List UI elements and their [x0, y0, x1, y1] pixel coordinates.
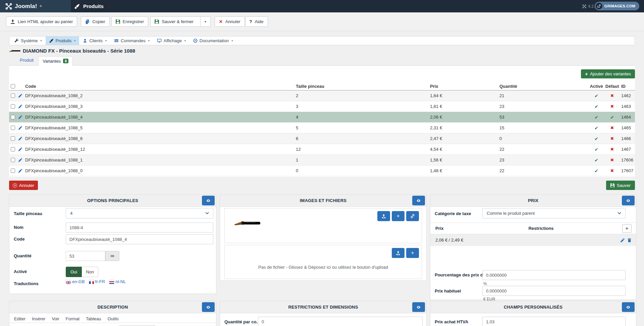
variant-active-toggle[interactable]: ✔ [588, 166, 604, 176]
table-row[interactable]: DFXpinceaubiseauté_1088_12 12 4,54 € 22 … [9, 144, 635, 155]
edit-pencil-icon[interactable] [18, 112, 24, 122]
eye-toggle-button[interactable] [202, 302, 215, 312]
menu-item-documentation[interactable]: Documentation ▾ [190, 37, 236, 45]
edit-pencil-icon[interactable] [18, 133, 24, 144]
row-checkbox[interactable] [11, 93, 15, 98]
edit-pencil-icon[interactable] [18, 144, 24, 154]
table-row[interactable]: DFXpinceaubiseauté_1088_4 4 2,06 € 53 ✔ … [9, 112, 635, 123]
html-link-cart-button[interactable]: Lien HTML ajouter au panier [6, 16, 77, 27]
variant-active-toggle[interactable]: ✔ [588, 144, 604, 154]
taxe-select[interactable]: Comme le produit parent [482, 208, 626, 218]
table-row[interactable]: DFXpinceaubiseauté_1088_3 3 1,81 € 23 ✔ … [9, 101, 635, 112]
infinity-stock-button[interactable]: ∞ [105, 251, 119, 261]
variant-active-toggle[interactable]: ✔ [588, 155, 604, 165]
row-checkbox[interactable] [11, 136, 15, 141]
variant-default-toggle[interactable]: ✖ [604, 123, 620, 133]
variant-cancel-button[interactable]: ✕ Annuler [9, 181, 38, 190]
site-link-button[interactable]: GRIMAGES.COM [595, 2, 639, 10]
eye-toggle-button[interactable] [412, 302, 425, 312]
pourcentage-input[interactable] [482, 270, 626, 280]
prix-achat-input[interactable] [482, 317, 626, 326]
variant-active-toggle[interactable]: ✔ [588, 90, 604, 101]
menu-item-commandes[interactable]: Commandes ▾ [110, 37, 153, 45]
menu-item-affichage[interactable]: Affichage ▾ [153, 37, 190, 45]
edit-pencil-icon[interactable] [620, 238, 625, 243]
variant-default-toggle[interactable]: ✔ [604, 112, 620, 122]
save-close-button[interactable]: Sauver & fermer ▾ [150, 16, 211, 27]
table-row[interactable]: DFXpinceaubiseauté_1088_5 5 2,31 € 15 ✔ … [9, 123, 635, 133]
field-label-traductions: Traductions [14, 281, 39, 286]
variant-active-toggle[interactable]: ✔ [588, 101, 604, 112]
table-row[interactable]: DFXpinceaubiseauté_1088_6 6 2,47 € 0 ✔ ✖… [9, 133, 635, 144]
translation-link-nl-NL[interactable]: nl-NL [109, 279, 126, 284]
code-input[interactable] [66, 234, 213, 244]
taille-select[interactable]: 4 [66, 208, 213, 218]
editor-menu-format[interactable]: Format [66, 316, 79, 321]
eye-toggle-button[interactable] [202, 196, 215, 205]
menu-item-produits[interactable]: Produits ▾ [46, 37, 79, 45]
edit-pencil-icon[interactable] [18, 155, 24, 165]
menu-item-systeme[interactable]: Système ▾ [11, 37, 46, 45]
edit-pencil-icon[interactable] [18, 166, 24, 176]
joomla-logo-block[interactable]: Joomla! ® [0, 0, 71, 12]
variant-default-toggle[interactable]: ✖ [604, 133, 620, 144]
quantite-input[interactable] [66, 251, 105, 261]
eye-toggle-button[interactable] [412, 196, 425, 205]
active-no-button[interactable]: Non [82, 267, 98, 277]
files-dropzone[interactable]: + Pas de fichier - Glissez & Déposez ici… [224, 245, 422, 279]
variant-default-toggle[interactable]: ✖ [604, 144, 620, 154]
row-checkbox[interactable] [11, 158, 15, 162]
variant-default-toggle[interactable]: ✖ [604, 101, 620, 112]
translation-link-fr-FR[interactable]: fr-FR [89, 279, 105, 284]
tab-produit[interactable]: Produit [15, 58, 38, 65]
editor-menu-outils[interactable]: Outils [108, 316, 119, 321]
variant-active-toggle[interactable]: ✔ [588, 112, 604, 122]
table-row[interactable]: DFXpinceaubiseauté_1088_0 0 1,48 € 22 ✔ … [9, 166, 635, 176]
variant-default-toggle[interactable]: ✖ [604, 155, 620, 165]
trash-icon[interactable] [627, 238, 632, 243]
variant-active-toggle[interactable]: ✔ [588, 133, 604, 144]
select-all-checkbox[interactable] [11, 84, 15, 88]
menu-item-clients[interactable]: Clients ▾ [79, 37, 110, 45]
eye-toggle-button[interactable] [622, 302, 635, 312]
add-price-button[interactable]: + [622, 224, 632, 233]
row-checkbox[interactable] [11, 115, 15, 119]
image-link-button[interactable] [406, 211, 419, 221]
save-close-dropdown-caret[interactable]: ▾ [200, 17, 210, 26]
active-yes-button[interactable]: Oui [66, 267, 82, 277]
edit-pencil-icon[interactable] [18, 101, 24, 112]
eye-toggle-button[interactable] [622, 196, 635, 205]
save-button[interactable]: Enregistrer [111, 16, 149, 27]
table-row[interactable]: DFXpinceaubiseauté_1088_2 2 1,64 € 21 ✔ … [9, 90, 635, 101]
add-variants-label: Ajouter des variantes [590, 71, 631, 76]
editor-menu-inserer[interactable]: Insérer [32, 316, 45, 321]
editor-menu-tableau[interactable]: Tableau [86, 316, 101, 321]
cancel-button[interactable]: ✕ Annuler [215, 16, 245, 27]
images-dropzone[interactable]: + [224, 208, 422, 243]
nom-input[interactable] [66, 222, 213, 233]
file-upload-button[interactable] [392, 248, 405, 258]
variant-save-button[interactable]: Sauver [606, 181, 635, 190]
editor-menu-editer[interactable]: Editer [14, 316, 25, 321]
file-add-button[interactable]: + [406, 248, 419, 258]
help-button[interactable]: ? Aide [245, 16, 268, 27]
copy-button[interactable]: Copier [81, 16, 109, 27]
variant-default-toggle[interactable]: ✖ [604, 166, 620, 176]
table-row[interactable]: DFXpinceaubiseauté_1088_1 1 1,56 € 23 ✔ … [9, 155, 635, 166]
add-variants-button[interactable]: + Ajouter des variantes [581, 69, 635, 78]
translation-link-en-GB[interactable]: en-GB [66, 279, 85, 284]
editor-menu-voir[interactable]: Voir [52, 316, 59, 321]
row-checkbox[interactable] [11, 147, 15, 151]
row-checkbox[interactable] [11, 169, 15, 173]
habituel-input[interactable] [482, 286, 626, 296]
tab-variantes[interactable]: Variantes 8 [38, 56, 73, 66]
image-add-button[interactable]: + [392, 211, 405, 221]
image-upload-button[interactable] [377, 211, 390, 221]
row-checkbox[interactable] [11, 126, 15, 130]
variant-default-toggle[interactable]: ✖ [604, 90, 620, 101]
edit-pencil-icon[interactable] [18, 90, 24, 101]
variant-active-toggle[interactable]: ✔ [588, 123, 604, 133]
quantite-commande-input[interactable] [258, 317, 423, 326]
edit-pencil-icon[interactable] [18, 123, 24, 133]
row-checkbox[interactable] [11, 104, 15, 109]
